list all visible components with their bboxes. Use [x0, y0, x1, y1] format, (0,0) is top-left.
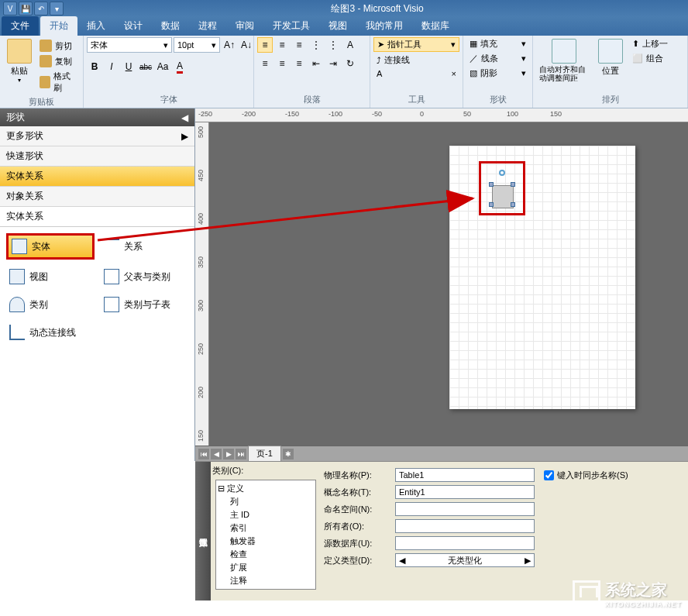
tab-insert[interactable]: 插入 [77, 16, 115, 36]
align-left-button[interactable]: ≡ [257, 56, 273, 71]
clear-format-button[interactable]: A [342, 37, 358, 53]
stencil-header: 实体关系 [0, 207, 194, 227]
resize-handle[interactable] [511, 202, 515, 207]
quick-shapes-item[interactable]: 快速形状 [0, 146, 194, 167]
change-case-button[interactable]: Aa [155, 59, 170, 74]
rotate-text-button[interactable]: ↻ [342, 56, 358, 71]
tree-item-primary-id[interactable]: 主 ID [218, 508, 314, 521]
canvas-viewport[interactable] [209, 122, 688, 446]
decrease-indent-button[interactable]: ⇤ [308, 56, 324, 71]
italic-button[interactable]: I [104, 59, 119, 74]
autofit-button[interactable]: 自动对齐和自动调整间距 [536, 37, 592, 84]
text-tool-button[interactable]: A× [373, 68, 459, 79]
new-page-button[interactable]: ✱ [283, 449, 294, 459]
increase-indent-button[interactable]: ⇥ [325, 56, 341, 71]
align-top-center-button[interactable]: ≡ [274, 37, 290, 53]
page-tab-1[interactable]: 页-1 [248, 446, 281, 462]
conceptual-name-input[interactable] [395, 485, 535, 499]
er-stencil-item[interactable]: 实体关系 [0, 167, 194, 187]
tree-item-index[interactable]: 索引 [218, 521, 314, 535]
strike-button[interactable]: abc [138, 59, 153, 74]
obj-stencil-item[interactable]: 对象关系 [0, 187, 194, 207]
owner-input[interactable] [395, 519, 535, 533]
deftype-combo[interactable]: ◀无类型化▶ [395, 553, 535, 567]
tree-root[interactable]: ⊟ 定义 [218, 482, 314, 495]
position-icon [598, 39, 623, 64]
shape-parent-category[interactable]: 父表与类别 [101, 266, 189, 287]
bold-button[interactable]: B [87, 59, 102, 74]
page-tabs-bar: ⏮ ◀ ▶ ⏭ 页-1 ✱ [195, 446, 688, 461]
more-shapes-item[interactable]: 更多形状▶ [0, 126, 194, 146]
grow-font-button[interactable]: A↑ [222, 37, 237, 53]
resize-handle[interactable] [489, 202, 494, 207]
shape-category-child[interactable]: 类别与子表 [101, 294, 189, 315]
tab-data[interactable]: 数据 [152, 16, 189, 36]
align-right-button[interactable]: ≡ [291, 56, 307, 71]
tree-item-column[interactable]: 列 [218, 495, 314, 508]
prev-page-button[interactable]: ◀ [211, 449, 222, 459]
tab-db[interactable]: 数据库 [412, 16, 459, 36]
tree-item-trigger[interactable]: 触发器 [218, 535, 314, 548]
paste-button[interactable]: 粘贴 ▾ [3, 37, 35, 85]
categories-tree[interactable]: ⊟ 定义 列 主 ID 索引 触发器 检查 扩展 注释 [215, 480, 316, 590]
moveup-button[interactable]: ⬆上移一 [629, 37, 671, 50]
tab-dev[interactable]: 开发工具 [263, 16, 319, 36]
font-size-combo[interactable]: 10pt▾ [174, 37, 220, 53]
tab-process[interactable]: 进程 [189, 16, 226, 36]
tree-item-extended[interactable]: 扩展 [218, 561, 314, 574]
entity-shape-on-page[interactable] [479, 161, 525, 215]
drawing-page[interactable] [449, 146, 635, 409]
connector-tool-button[interactable]: ⤴连接线 [373, 53, 459, 67]
last-page-button[interactable]: ⏭ [236, 449, 246, 459]
tab-myfreq[interactable]: 我的常用 [356, 16, 412, 36]
sourcedb-input[interactable] [395, 536, 535, 550]
shape-entity[interactable]: 实体 [6, 233, 95, 260]
dyn-conn-shape-icon [9, 325, 25, 340]
bullets-button[interactable]: ⋮ [308, 37, 324, 53]
shape-dynamic-connector[interactable]: 动态连接线 [6, 322, 95, 343]
shrink-font-button[interactable]: A↓ [239, 37, 254, 53]
tab-view[interactable]: 视图 [319, 16, 356, 36]
tab-design[interactable]: 设计 [115, 16, 152, 36]
font-name-combo[interactable]: 宋体▾ [87, 37, 172, 53]
line-button[interactable]: ／线条▾ [466, 52, 529, 65]
undo-icon[interactable]: ↶ [34, 2, 48, 15]
save-icon[interactable]: 💾 [19, 2, 33, 15]
next-page-button[interactable]: ▶ [223, 449, 234, 459]
collapse-icon[interactable]: ◀ [181, 112, 188, 123]
cut-button[interactable]: 剪切 [36, 39, 80, 53]
numbering-button[interactable]: ⋮ [325, 37, 341, 53]
resize-handle[interactable] [489, 182, 494, 187]
align-top-right-button[interactable]: ≡ [291, 37, 307, 53]
parent-cat-shape-icon [104, 269, 119, 284]
fill-button[interactable]: ▦填充▾ [466, 37, 529, 50]
resize-handle[interactable] [511, 182, 515, 187]
app-icon[interactable]: V [3, 2, 17, 15]
pointer-tool-button[interactable]: ➤指针工具▾ [373, 37, 459, 52]
shape-category[interactable]: 类别 [6, 294, 95, 315]
position-button[interactable]: 位置 [593, 37, 628, 78]
namespace-input[interactable] [395, 502, 535, 516]
first-page-button[interactable]: ⏮ [198, 449, 209, 459]
tab-file[interactable]: 文件 [2, 16, 39, 36]
physical-name-input[interactable] [395, 468, 535, 482]
tab-home[interactable]: 开始 [40, 16, 77, 36]
qat-dropdown-icon[interactable]: ▾ [50, 2, 64, 15]
tree-item-notes[interactable]: 注释 [218, 574, 314, 587]
shape-view[interactable]: 视图 [6, 266, 95, 287]
font-color-button[interactable]: A [172, 59, 187, 74]
underline-button[interactable]: U [121, 59, 136, 74]
tree-item-check[interactable]: 检查 [218, 548, 314, 561]
copy-button[interactable]: 复制 [36, 54, 80, 68]
shape-relation[interactable]: 关系 [101, 233, 189, 260]
copy-label: 复制 [55, 56, 72, 67]
combine-button[interactable]: ⬜组合 [629, 52, 671, 65]
align-top-left-button[interactable]: ≡ [257, 37, 273, 53]
align-center-button[interactable]: ≡ [274, 56, 290, 71]
db-properties-tab[interactable]: 数据库属性 [195, 462, 211, 601]
painter-button[interactable]: 格式刷 [36, 70, 80, 95]
tab-review[interactable]: 审阅 [226, 16, 263, 36]
shadow-button[interactable]: ▧阴影▾ [466, 67, 529, 80]
sync-names-checkbox[interactable]: 键入时同步名称(S) [544, 470, 628, 481]
rotation-handle[interactable] [499, 170, 505, 176]
